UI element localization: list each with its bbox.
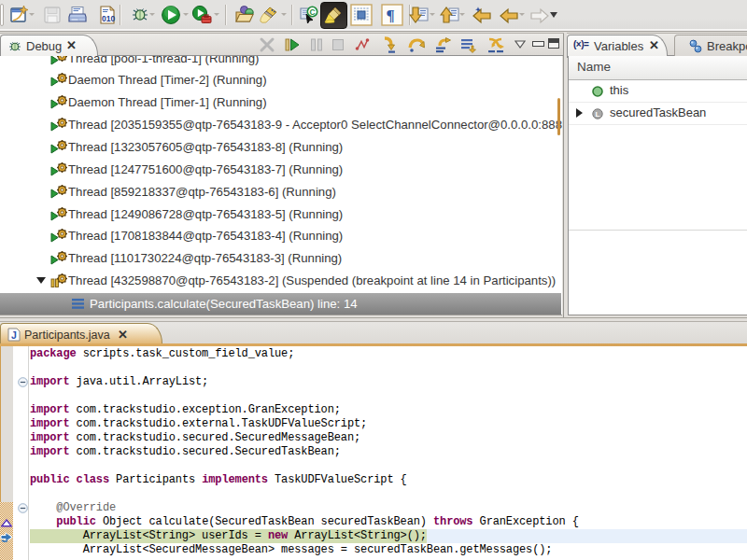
svg-text:C: C xyxy=(310,7,316,17)
svg-text:010: 010 xyxy=(102,14,115,23)
svg-text:L: L xyxy=(595,110,599,119)
svg-text:J: J xyxy=(11,329,17,341)
svg-text:¶: ¶ xyxy=(387,7,395,24)
